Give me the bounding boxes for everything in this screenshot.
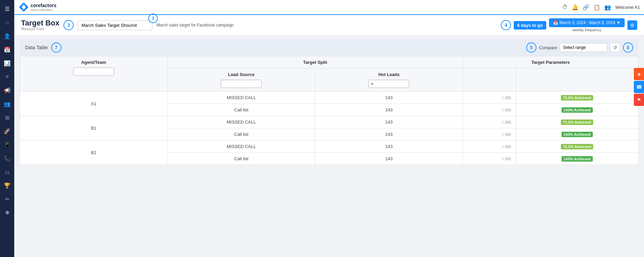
target-select[interactable]: March Sales Target Shoumit xyxy=(78,20,152,30)
agent-filter-input[interactable] xyxy=(73,68,114,76)
achieved-badge: 71.5% Achieved xyxy=(561,120,593,125)
reset-button[interactable]: ↺ xyxy=(610,43,620,52)
bell-icon[interactable]: 🔔 xyxy=(572,4,579,11)
hot-leads-cell: 143 xyxy=(315,104,463,116)
lead-source-filter-input[interactable] xyxy=(221,80,262,88)
phone-float-button[interactable]: ☎ xyxy=(634,81,644,93)
calendar-small-icon: 📅 xyxy=(553,20,558,25)
dropdown-arrow-icon: ▼ xyxy=(617,20,621,25)
col-target-params-header: Target Parameters xyxy=(463,56,639,69)
target-cell: / 200 xyxy=(463,141,516,153)
achieved-cell: 143% Achieved xyxy=(516,153,638,165)
nav-icons: ⏱ 🔔 🔗 📋 👥 Welcome A1 xyxy=(562,4,640,11)
date-range-area: 📅 March 3, 2024 - March 9, 2024 ▼ weekly… xyxy=(549,18,625,32)
list-icon[interactable]: ≡ xyxy=(1,71,13,83)
step-4-circle: 4 xyxy=(501,20,511,30)
lead-source-cell: Call list xyxy=(168,153,315,165)
apps-icon[interactable]: ⚏ xyxy=(1,166,13,178)
lead-source-cell: MISSED CALL xyxy=(168,116,315,128)
agent-cell: B1 xyxy=(20,116,168,141)
achieved-cell: 71.5% Achieved xyxy=(516,116,638,128)
target-cell: / 100 xyxy=(463,153,516,165)
lead-source-cell: MISSED CALL xyxy=(168,92,315,104)
step-2-circle: 2 xyxy=(148,14,158,23)
col-spacer-1 xyxy=(463,69,516,92)
hot-leads-cell: 143 xyxy=(315,153,463,165)
achieved-badge: 71.5% Achieved xyxy=(561,95,593,100)
hot-leads-filter-input[interactable] xyxy=(368,80,409,88)
target-cell: / 200 xyxy=(463,92,516,104)
trophy-icon[interactable]: 🏆 xyxy=(1,179,13,191)
settings-gear-button[interactable]: ⚙ xyxy=(627,20,637,30)
timer-icon[interactable]: ⏱ xyxy=(562,4,568,10)
hot-leads-cell: 143 xyxy=(315,92,463,104)
main-content: corefactors value realization ⏱ 🔔 🔗 📋 👥 … xyxy=(14,0,644,257)
col-spacer-2 xyxy=(516,69,638,92)
sidebar: ☰ ⌂ 👤 📅 📊 ≡ 📢 👥 ⊞ 🚀 📱 📞 ⚏ 🏆 ✏ ✱ xyxy=(0,0,14,257)
col-agent-label: Agent/Team xyxy=(25,60,163,65)
brand-title: Target Box xyxy=(21,19,59,27)
home-icon[interactable]: ⌂ xyxy=(1,16,13,29)
col-agent-header: Agent/Team xyxy=(20,56,168,92)
logo-text-area: corefactors value realization xyxy=(31,3,56,12)
phone-icon[interactable]: 📞 xyxy=(1,152,13,164)
top-nav: corefactors value realization ⏱ 🔔 🔗 📋 👥 … xyxy=(14,0,644,15)
target-over-label: / 200 xyxy=(503,120,511,124)
mobile-icon[interactable]: 📱 xyxy=(1,139,13,151)
contacts-icon[interactable]: 👥 xyxy=(604,4,611,11)
lead-source-cell: Call list xyxy=(168,104,315,116)
achieved-cell: 143% Achieved xyxy=(516,128,638,141)
data-table-section: Data Table 7 5 Compare Select range ↺ 6 xyxy=(14,36,644,257)
achieved-badge: 143% Achieved xyxy=(562,107,593,113)
brand-area: Target Box Measure Fast xyxy=(21,19,59,31)
target-over-label: / 200 xyxy=(503,96,511,100)
megaphone-icon[interactable]: 📢 xyxy=(1,84,13,96)
welcome-text: Welcome A1 xyxy=(615,5,640,10)
grid-icon[interactable]: ⊞ xyxy=(1,111,13,124)
target-cell: / 200 xyxy=(463,116,516,128)
col-lead-source-label: Lead Source xyxy=(172,72,310,77)
rocket-icon[interactable]: 🚀 xyxy=(1,125,13,137)
compare-area: 5 Compare Select range ↺ 6 xyxy=(526,42,633,53)
col-hot-leads-label: Hot Leads xyxy=(320,72,458,77)
col-target-params-label: Target Parameters xyxy=(531,60,570,65)
table-row: A1MISSED CALL143/ 20071.5% Achieved xyxy=(20,92,639,104)
date-range-text: March 3, 2024 - March 9, 2024 xyxy=(560,20,615,25)
doc-icon[interactable]: 📋 xyxy=(593,4,600,11)
flag-float-button[interactable]: ⚑ xyxy=(634,94,644,106)
target-over-label: / 100 xyxy=(503,157,511,161)
tag-icon[interactable]: ✏ xyxy=(1,193,13,205)
achieved-cell: 71.5% Achieved xyxy=(516,92,638,104)
data-table: Agent/Team Target Split Target Parameter… xyxy=(20,56,639,165)
achieved-badge: 143% Achieved xyxy=(562,132,593,137)
compare-select[interactable]: Select range xyxy=(560,43,607,52)
hot-leads-cell: 143 xyxy=(315,116,463,128)
calendar-icon[interactable]: 📅 xyxy=(1,43,13,56)
chart-icon[interactable]: 📊 xyxy=(1,57,13,69)
compare-select-wrapper: Select range xyxy=(560,43,607,52)
settings-cog-icon[interactable]: ✱ xyxy=(1,206,13,219)
hot-leads-cell: 143 xyxy=(315,128,463,141)
team-icon[interactable]: 👥 xyxy=(1,98,13,110)
logo-subtext: value realization xyxy=(31,8,56,12)
table-row: B1MISSED CALL143/ 20071.5% Achieved xyxy=(20,116,639,128)
target-desc: March sales target for Facebook campaign xyxy=(156,23,233,27)
brand-subtitle: Measure Fast xyxy=(21,27,59,31)
step-7-circle: 7 xyxy=(51,42,61,53)
user-icon[interactable]: 👤 xyxy=(1,30,13,42)
col-target-split-header: Target Split xyxy=(168,56,463,69)
target-dropdown-wrapper: March Sales Target Shoumit 2 xyxy=(78,20,152,30)
date-range-button[interactable]: 📅 March 3, 2024 - March 9, 2024 ▼ xyxy=(549,18,625,27)
agent-cell: A1 xyxy=(20,92,168,116)
achieved-cell: 143% Achieved xyxy=(516,104,638,116)
step-6-circle: 6 xyxy=(623,42,633,53)
menu-icon[interactable]: ☰ xyxy=(1,3,13,15)
nav-left: corefactors value realization xyxy=(18,2,56,13)
page-header: Target Box Measure Fast 3 March Sales Ta… xyxy=(14,15,644,36)
hot-leads-cell: 143 xyxy=(315,141,463,153)
section-title: Data Table xyxy=(25,45,48,50)
link-icon[interactable]: 🔗 xyxy=(583,4,589,11)
col-hot-leads-header: Hot Leads xyxy=(315,69,463,92)
widget-float-button[interactable]: ◈ xyxy=(634,68,644,80)
days-badge: 6 days to go xyxy=(514,21,546,30)
